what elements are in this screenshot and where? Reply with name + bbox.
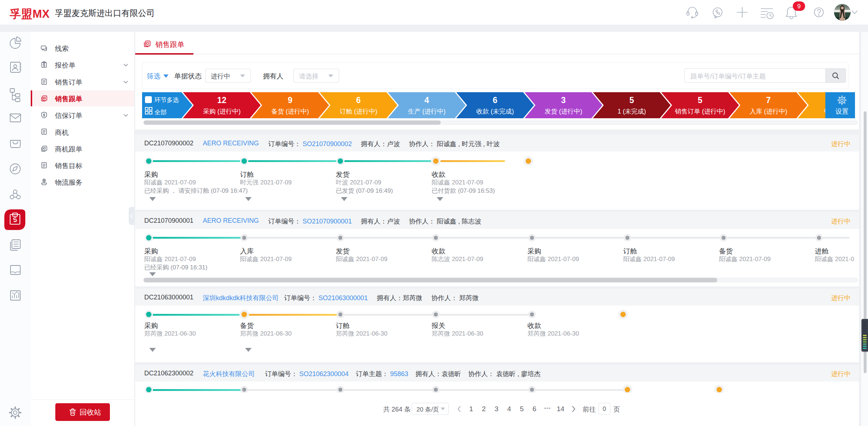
svg-text:环节多选: 环节多选 <box>154 97 179 103</box>
svg-text:1 (未完成): 1 (未完成) <box>617 108 646 115</box>
svg-text:7: 7 <box>766 95 771 105</box>
svg-text:设置: 设置 <box>835 108 848 115</box>
svg-text:销售订单 (进行中): 销售订单 (进行中) <box>675 108 725 115</box>
svg-text:4: 4 <box>424 95 429 105</box>
svg-text:收款 (未完成): 收款 (未完成) <box>476 108 514 115</box>
svg-text:采购 (进行中): 采购 (进行中) <box>203 108 240 115</box>
svg-text:5: 5 <box>629 95 634 105</box>
svg-text:5: 5 <box>698 95 702 105</box>
svg-text:12: 12 <box>217 95 227 105</box>
svg-text:订舱 (进行中): 订舱 (进行中) <box>339 108 377 115</box>
svg-text:全部: 全部 <box>154 109 167 116</box>
svg-text:9: 9 <box>797 3 800 10</box>
svg-text:3: 3 <box>561 95 566 105</box>
svg-text:生产 (进行中): 生产 (进行中) <box>407 108 445 115</box>
svg-text:备货 (进行中): 备货 (进行中) <box>271 108 309 115</box>
svg-text:发货 (进行中): 发货 (进行中) <box>544 108 582 115</box>
svg-text:9: 9 <box>288 95 292 105</box>
svg-text:6: 6 <box>493 95 497 105</box>
svg-text:入库 (进行中): 入库 (进行中) <box>749 108 787 115</box>
svg-text:6: 6 <box>356 95 361 105</box>
